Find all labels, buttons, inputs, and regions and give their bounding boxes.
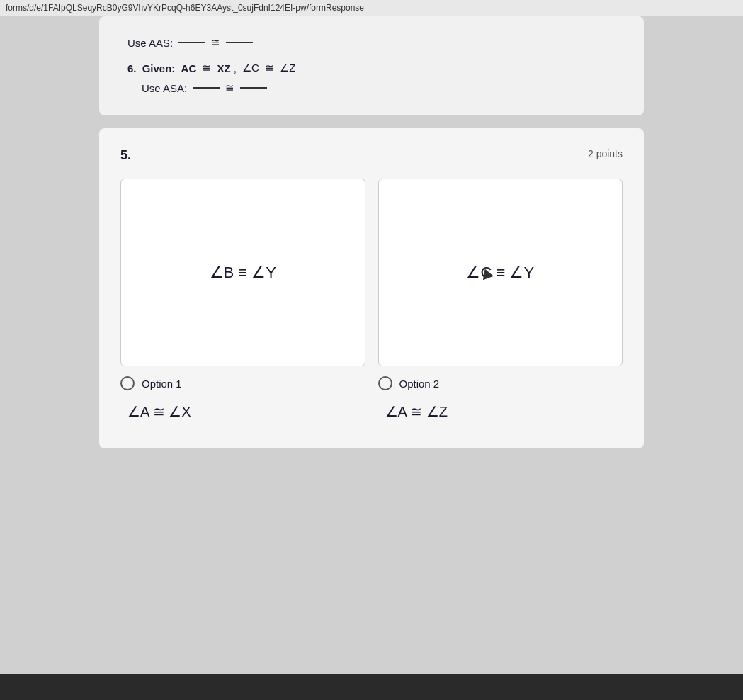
question-header: 5. 2 points: [120, 148, 623, 163]
use-asa-row: Use ASA: ≅: [142, 81, 616, 94]
option-4-math: ∠A ≅ ∠Z: [385, 403, 448, 420]
congruent-sym4: ≅: [225, 81, 234, 94]
option-3-math: ∠A ≅ ∠X: [127, 403, 191, 420]
q6-row: 6. Given: AC ≅ XZ , ∠C ≅ ∠Z: [127, 62, 616, 74]
option-2-block: ∠C ≡ ∠Y Option 2: [378, 179, 623, 390]
option-2-math: ∠C ≡ ∠Y: [466, 264, 534, 282]
blank3: [193, 87, 220, 89]
option-4-block: ∠A ≅ ∠Z: [378, 403, 623, 420]
option-1-image-box[interactable]: ∠B ≡ ∠Y: [120, 179, 365, 366]
option-1-label: Option 1: [142, 378, 182, 390]
congruent-sym2: ≅: [199, 62, 214, 74]
option-1-math: ∠B ≡ ∠Y: [210, 264, 276, 282]
top-card: Use AAS: ≅ 6. Given: AC ≅ XZ , ∠C ≅ ∠Z U…: [99, 16, 644, 115]
option-2-label-row[interactable]: Option 2: [378, 376, 440, 390]
xz-label: XZ: [217, 62, 231, 74]
option-2-radio[interactable]: [378, 376, 392, 390]
angle-c: ∠C: [242, 62, 259, 74]
option-1-label-row[interactable]: Option 1: [120, 376, 182, 390]
congruent-sym1: ≅: [211, 36, 220, 49]
use-aas-label: Use AAS:: [127, 37, 173, 49]
blank4: [240, 87, 267, 89]
option-2-label: Option 2: [399, 378, 440, 390]
comma: ,: [234, 62, 239, 74]
question-number: 5.: [120, 148, 131, 163]
blank2: [226, 42, 253, 43]
ac-label: AC: [181, 62, 197, 74]
option-3-block: ∠A ≅ ∠X: [120, 403, 365, 420]
option-2-image-box[interactable]: ∠C ≡ ∠Y: [378, 179, 623, 366]
options-grid: ∠B ≡ ∠Y Option 1 ∠C ≡ ∠Y Option 2: [120, 179, 623, 390]
bottom-options-grid: ∠A ≅ ∠X ∠A ≅ ∠Z: [120, 403, 623, 420]
url-text: forms/d/e/1FAIpQLSeqyRcB0yG9VhvYKrPcqQ-h…: [6, 3, 364, 13]
use-asa-label: Use ASA:: [142, 82, 187, 94]
url-bar: forms/d/e/1FAIpQLSeqyRcB0yG9VhvYKrPcqQ-h…: [0, 0, 743, 16]
blank1: [178, 42, 205, 43]
points-label: 2 points: [588, 148, 623, 159]
option-1-radio[interactable]: [120, 376, 135, 390]
angle-z: ∠Z: [280, 62, 295, 74]
q6-number: 6.: [127, 62, 137, 74]
use-aas-row: Use AAS: ≅: [127, 36, 616, 49]
given-label: Given:: [140, 62, 178, 74]
taskbar: [0, 674, 743, 700]
question-5-card: 5. 2 points ∠B ≡ ∠Y Option 1 ∠C ≡: [99, 128, 644, 448]
congruent-sym3: ≅: [262, 62, 277, 74]
option-1-block: ∠B ≡ ∠Y Option 1: [120, 179, 365, 390]
